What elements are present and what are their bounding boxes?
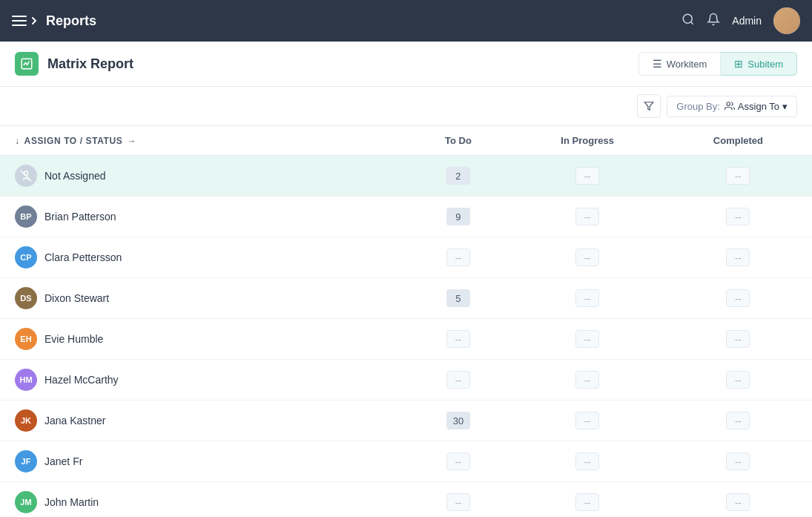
todo-cell: -- [406,319,511,360]
todo-cell: 9 [406,197,511,237]
svg-point-6 [727,102,730,106]
todo-value: -- [446,452,470,470]
subitem-label: Subitem [747,59,783,70]
completed-cell: -- [664,237,812,278]
person-cell: CPClara Pettersson [0,237,406,278]
inprogress-value: -- [575,208,599,225]
person-name: Evie Humble [44,333,103,345]
completed-value: -- [726,493,750,511]
table-row: Not Assigned2---- [0,156,812,197]
person-name: Jana Kastner [44,415,106,427]
report-tabs: ☰ Workitem ⊞ Subitem [638,52,797,76]
todo-value: 2 [446,167,470,185]
avatar: EH [15,328,37,350]
table-row: DSDixon Stewart5---- [0,278,812,319]
inprogress-cell: -- [510,401,664,441]
person-cell: Not Assigned [0,156,406,197]
todo-value: -- [446,248,470,266]
todo-value: -- [446,493,470,511]
filter-button[interactable] [637,94,661,118]
group-by-label: Group By: [676,101,720,112]
group-by-button[interactable]: Group By: Assign To ▾ [667,96,797,117]
inprogress-cell: -- [510,237,664,278]
todo-cell: -- [406,482,511,518]
svg-rect-1 [12,20,27,22]
person-name: Hazel McCarthy [44,374,119,386]
group-by-value-text: Assign To [738,101,779,112]
completed-cell: -- [664,360,812,401]
header-inprogress: In Progress [510,126,664,156]
inprogress-cell: -- [510,319,664,360]
completed-cell: -- [664,319,812,360]
inprogress-cell: -- [510,156,664,197]
completed-value: -- [726,452,750,470]
completed-value: -- [726,289,750,307]
todo-cell: 2 [406,156,511,197]
header-completed: Completed [664,126,812,156]
completed-value: -- [726,248,750,266]
dropdown-icon: ▾ [782,101,788,112]
navbar: Reports Admin [0,0,812,42]
report-header: Matrix Report ☰ Workitem ⊞ Subitem [0,42,812,87]
inprogress-value: -- [575,452,599,470]
avatar: DS [15,287,37,309]
inprogress-cell: -- [510,482,664,518]
table-row: JMJohn Martin------ [0,482,812,518]
inprogress-cell: -- [510,197,664,237]
todo-cell: -- [406,237,511,278]
toolbar: Group By: Assign To ▾ [0,87,812,126]
notification-icon[interactable] [707,13,720,30]
report-title: Matrix Report [47,56,638,72]
right-arrow-icon: → [127,136,136,146]
group-by-value: Assign To ▾ [724,101,788,112]
table-header-row: ↓ ASSIGN TO / STATUS → To Do In Progress… [0,126,812,156]
table-row: EHEvie Humble------ [0,319,812,360]
table-body: Not Assigned2----BPBrian Patterson9----C… [0,156,812,518]
person-cell: HMHazel McCarthy [0,360,406,401]
person-name: Brian Patterson [44,211,116,223]
person-name: John Martin [44,496,99,508]
completed-cell: -- [664,401,812,441]
person-cell: EHEvie Humble [0,319,406,360]
inprogress-value: -- [575,167,599,185]
table-wrapper: ↓ ASSIGN TO / STATUS → To Do In Progress… [0,126,812,517]
navbar-actions: Admin [681,7,800,34]
avatar: JM [15,491,37,513]
avatar: CP [15,246,37,269]
person-name: Janet Fr [44,455,82,467]
person-name: Dixon Stewart [44,292,109,304]
completed-value: -- [726,412,750,429]
todo-value: 30 [446,412,470,429]
table-row: JKJana Kastner30---- [0,401,812,441]
inprogress-cell: -- [510,441,664,482]
username-label: Admin [732,15,762,27]
person-cell: BPBrian Patterson [0,197,406,237]
table-row: JFJanet Fr------ [0,441,812,482]
matrix-table: ↓ ASSIGN TO / STATUS → To Do In Progress… [0,126,812,517]
avatar: JF [15,450,37,472]
svg-rect-0 [12,16,27,17]
avatar: BP [15,205,37,228]
todo-cell: -- [406,441,511,482]
svg-line-8 [21,171,32,182]
header-assign: ↓ ASSIGN TO / STATUS → [0,126,406,156]
inprogress-value: -- [575,330,599,348]
app-title: Reports [46,13,673,29]
tab-subitem[interactable]: ⊞ Subitem [721,52,797,76]
completed-value: -- [726,167,750,185]
inprogress-value: -- [575,493,599,511]
inprogress-value: -- [575,248,599,266]
person-name: Not Assigned [44,170,106,182]
person-cell: DSDixon Stewart [0,278,406,319]
svg-rect-2 [12,24,27,26]
menu-button[interactable] [12,16,37,26]
tab-workitem[interactable]: ☰ Workitem [638,52,722,76]
completed-value: -- [726,208,750,225]
table-row: HMHazel McCarthy------ [0,360,812,401]
search-icon[interactable] [681,13,695,30]
header-todo: To Do [406,126,511,156]
completed-cell: -- [664,156,812,197]
todo-value: -- [446,371,470,389]
todo-cell: 30 [406,401,511,441]
user-avatar[interactable] [773,7,800,34]
